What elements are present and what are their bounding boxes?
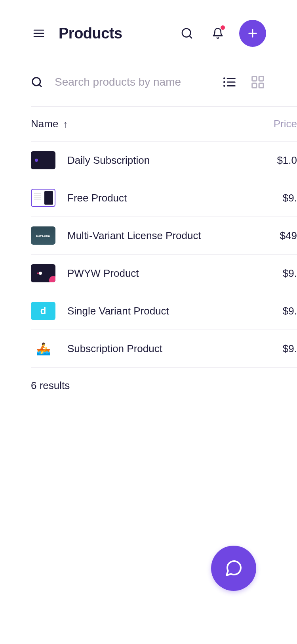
search-icon (31, 76, 43, 88)
product-price: $49 (280, 230, 297, 242)
product-price: $9. (283, 305, 297, 317)
list-view-icon (222, 75, 237, 90)
svg-line-4 (189, 36, 192, 38)
column-header-price[interactable]: Price (274, 118, 297, 130)
svg-point-13 (224, 86, 225, 86)
table-row[interactable]: PWYW Product $9. (31, 255, 297, 292)
list-view-button[interactable] (221, 74, 238, 90)
header-search-button[interactable] (177, 24, 196, 43)
table-row[interactable]: 🚣 Subscription Product $9. (31, 330, 297, 368)
svg-point-9 (224, 78, 225, 79)
svg-line-8 (39, 84, 41, 86)
app-header: Products (0, 0, 297, 59)
table-row[interactable]: Daily Subscription $1.0 (31, 142, 297, 179)
product-price: $9. (283, 267, 297, 280)
table-row[interactable]: Free Product $9. (31, 179, 297, 217)
column-header-name[interactable]: Name ↑ (31, 118, 274, 130)
product-price: $9. (283, 192, 297, 204)
product-name: Multi-Variant License Product (67, 230, 268, 242)
chat-bubble-icon (224, 559, 243, 578)
notifications-button[interactable] (208, 24, 227, 43)
product-name: Single Variant Product (67, 305, 271, 317)
menu-button[interactable] (31, 25, 47, 41)
grid-view-button[interactable] (249, 74, 266, 90)
column-header-name-label: Name (31, 118, 58, 130)
product-thumbnail (31, 151, 55, 169)
product-thumbnail (31, 189, 55, 207)
table-header: Name ↑ Price (31, 107, 297, 142)
page-title: Products (59, 25, 166, 42)
product-thumbnail (31, 264, 55, 282)
menu-icon (32, 27, 45, 40)
product-thumbnail (31, 226, 55, 245)
add-product-button[interactable] (239, 20, 266, 47)
results-count: 6 results (31, 368, 297, 404)
svg-rect-18 (259, 83, 263, 88)
search-input[interactable] (55, 76, 209, 88)
svg-rect-16 (259, 77, 263, 81)
product-name: PWYW Product (67, 267, 271, 280)
product-price: $1.0 (277, 154, 297, 167)
product-name: Free Product (67, 192, 271, 204)
sort-arrow-up-icon: ↑ (63, 119, 68, 130)
search-bar (0, 59, 297, 106)
product-thumbnail: d (31, 302, 55, 320)
product-list: Daily Subscription $1.0 Free Product $9.… (31, 142, 297, 368)
search-icon (181, 27, 193, 40)
support-chat-button[interactable] (211, 546, 256, 591)
product-name: Daily Subscription (67, 154, 265, 167)
svg-rect-15 (252, 77, 257, 81)
product-thumbnail: 🚣 (31, 339, 55, 358)
notification-dot (221, 25, 225, 30)
table-row[interactable]: d Single Variant Product $9. (31, 292, 297, 330)
plus-icon (246, 27, 259, 40)
grid-view-icon (250, 75, 265, 90)
svg-rect-17 (252, 83, 257, 88)
product-name: Subscription Product (67, 343, 271, 355)
svg-point-11 (224, 82, 225, 82)
product-price: $9. (283, 343, 297, 355)
table-row[interactable]: Multi-Variant License Product $49 (31, 217, 297, 255)
